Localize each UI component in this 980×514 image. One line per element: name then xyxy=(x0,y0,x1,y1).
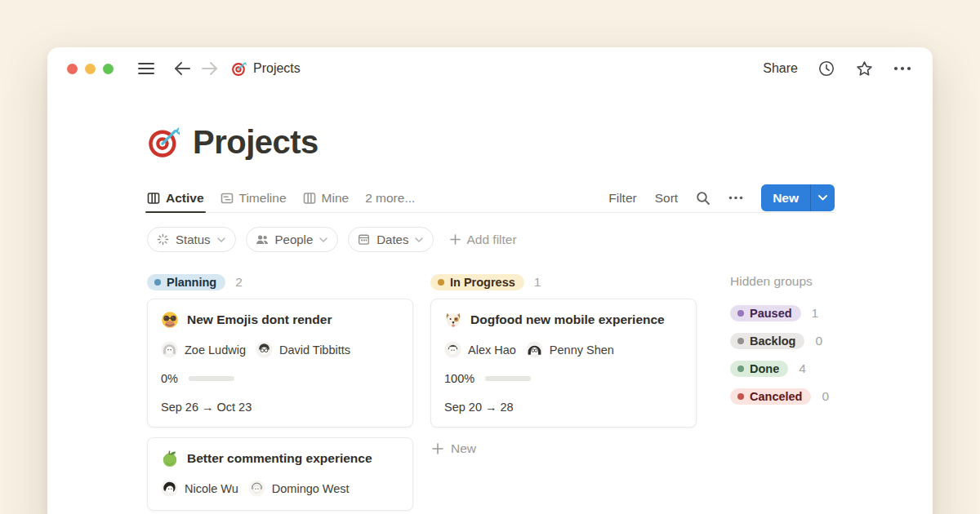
tab-mine[interactable]: Mine xyxy=(303,184,350,212)
card-better-commenting[interactable]: Better commenting experience Nicole Wu D… xyxy=(147,437,413,511)
hidden-group-backlog[interactable]: Backlog 0 xyxy=(730,333,853,349)
dates-filter-chip[interactable]: Dates xyxy=(348,227,434,252)
status-dot xyxy=(737,393,744,400)
add-card-label: New xyxy=(451,441,476,456)
column-count: 1 xyxy=(534,275,541,290)
tab-active[interactable]: Active xyxy=(147,184,204,212)
progress-bar xyxy=(189,376,234,381)
new-button-label[interactable]: New xyxy=(761,184,810,211)
app-window: Projects Share Projects xyxy=(47,47,933,514)
person-name: David Tibbitts xyxy=(279,343,350,357)
card-people: Zoe Ludwig David Tibbitts xyxy=(161,341,399,358)
filter-button[interactable]: Filter xyxy=(608,191,636,206)
status-dot xyxy=(438,279,444,286)
forward-arrow-icon[interactable] xyxy=(202,62,218,75)
hidden-groups-title: Hidden groups xyxy=(730,274,853,289)
chevron-down-icon xyxy=(217,237,225,242)
avatar xyxy=(256,341,273,358)
column-planning: Planning 2 New Emojis dont render xyxy=(147,274,413,514)
chip-label: Dates xyxy=(376,233,408,246)
favorite-star-icon[interactable] xyxy=(855,60,874,78)
add-filter-button[interactable]: Add filter xyxy=(450,233,516,247)
card-new-emojis[interactable]: New Emojis dont render Zoe Ludwig David … xyxy=(147,299,413,428)
person-name: Penny Shen xyxy=(550,343,614,357)
titlebar: Projects Share xyxy=(47,47,933,90)
breadcrumb[interactable]: Projects xyxy=(231,61,301,77)
card-dates: Sep 20 → 28 xyxy=(444,401,683,414)
search-icon[interactable] xyxy=(696,191,710,206)
board-view-icon xyxy=(303,192,316,205)
back-arrow-icon[interactable] xyxy=(174,62,190,75)
calendar-icon xyxy=(358,233,370,246)
tab-label: Timeline xyxy=(239,191,287,206)
minimize-window-button[interactable] xyxy=(85,64,96,74)
status-filter-chip[interactable]: Status xyxy=(147,227,236,252)
timeline-view-icon xyxy=(220,192,234,205)
card-dogfood-mobile[interactable]: Dogfood new mobile experience Alex Hao P… xyxy=(430,299,697,428)
column-count: 2 xyxy=(235,275,243,290)
hidden-group-done[interactable]: Done 4 xyxy=(730,361,853,377)
disguised-face-emoji xyxy=(161,311,179,329)
breadcrumb-label: Projects xyxy=(253,61,301,76)
view-options-icon[interactable] xyxy=(728,196,743,200)
page-title-text: Projects xyxy=(193,124,318,161)
sort-button[interactable]: Sort xyxy=(655,191,678,206)
new-button[interactable]: New xyxy=(761,184,835,211)
more-options-icon[interactable] xyxy=(893,66,911,71)
card-title-text: Better commenting experience xyxy=(187,451,372,466)
status-spinner-icon xyxy=(157,233,169,246)
plus-icon xyxy=(432,443,443,454)
person-name: Nicole Wu xyxy=(185,482,238,495)
card-title-text: New Emojis dont render xyxy=(187,312,332,327)
person-name: Zoe Ludwig xyxy=(185,343,246,357)
status-pill-canceled[interactable]: Canceled xyxy=(730,388,811,405)
status-pill-label: Planning xyxy=(167,276,216,289)
group-count: 0 xyxy=(815,334,822,348)
avatar xyxy=(444,341,461,358)
share-button[interactable]: Share xyxy=(763,61,798,76)
tab-timeline[interactable]: Timeline xyxy=(220,184,287,212)
page-title: Projects xyxy=(147,124,835,161)
close-window-button[interactable] xyxy=(67,64,78,74)
hidden-group-canceled[interactable]: Canceled 0 xyxy=(730,388,853,405)
sidebar-menu-icon[interactable] xyxy=(138,62,154,75)
status-pill-label: Canceled xyxy=(750,390,802,403)
people-filter-chip[interactable]: People xyxy=(246,227,339,252)
avatar xyxy=(526,341,543,358)
status-pill-planning[interactable]: Planning xyxy=(147,274,225,290)
plus-icon xyxy=(450,234,461,245)
status-pill-label: Done xyxy=(750,362,779,375)
progress-bar xyxy=(485,376,531,381)
new-dropdown-chevron-icon[interactable] xyxy=(810,184,835,211)
status-dot xyxy=(154,279,161,286)
card-progress: 0% xyxy=(161,372,399,385)
status-pill-paused[interactable]: Paused xyxy=(730,305,801,321)
avatar xyxy=(161,341,178,358)
card-people: Alex Hao Penny Shen xyxy=(444,341,683,358)
person-name: Alex Hao xyxy=(468,343,516,357)
green-apple-emoji xyxy=(161,450,179,467)
status-pill-done[interactable]: Done xyxy=(730,361,788,377)
clock-history-icon[interactable] xyxy=(817,60,835,78)
board-view-icon xyxy=(147,192,160,205)
column-header[interactable]: Planning 2 xyxy=(147,274,413,290)
add-card-button[interactable]: New xyxy=(430,441,697,456)
status-pill-label: In Progress xyxy=(450,276,515,289)
group-count: 0 xyxy=(822,389,829,404)
status-dot xyxy=(737,366,744,372)
progress-label: 100% xyxy=(444,372,474,385)
avatar xyxy=(161,480,178,497)
status-dot xyxy=(737,310,744,317)
status-pill-backlog[interactable]: Backlog xyxy=(730,333,804,349)
zoom-window-button[interactable] xyxy=(103,64,114,74)
card-title-text: Dogfood new mobile experience xyxy=(470,312,665,327)
column-header[interactable]: In Progress 1 xyxy=(430,274,697,290)
status-pill-in-progress[interactable]: In Progress xyxy=(430,274,524,290)
group-count: 4 xyxy=(799,361,806,376)
hidden-group-paused[interactable]: Paused 1 xyxy=(730,305,853,321)
tabs-more-button[interactable]: 2 more... xyxy=(365,191,415,206)
target-emoji-icon[interactable] xyxy=(147,126,180,159)
chip-label: People xyxy=(275,233,314,246)
card-dates: Sep 26 → Oct 23 xyxy=(161,401,399,414)
people-icon xyxy=(256,234,269,246)
